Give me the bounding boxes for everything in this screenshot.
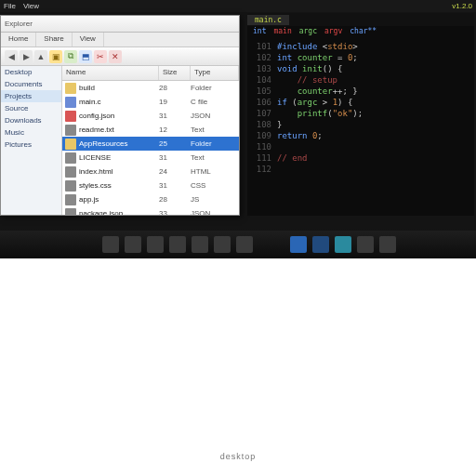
file-rows: build28Foldermain.c19C fileconfig.json31… [62, 81, 239, 215]
table-row[interactable]: readme.txt12Text [62, 123, 239, 137]
nav-item[interactable]: Source [1, 102, 61, 114]
code-text[interactable]: void init() { [277, 63, 470, 74]
task-editor[interactable] [357, 236, 374, 253]
window-title: Explorer [5, 20, 33, 28]
topbar-item[interactable]: File [4, 2, 16, 10]
col-size[interactable]: Size [159, 66, 191, 80]
file-type: Text [191, 153, 239, 162]
task-file-4[interactable] [169, 236, 186, 253]
code-line[interactable]: 107 printf("ok"); [251, 108, 470, 119]
delete-icon[interactable]: ✕ [109, 50, 122, 63]
table-row[interactable]: styles.css31CSS [62, 178, 239, 192]
task-terminal[interactable] [335, 236, 351, 253]
task-file-2[interactable] [125, 236, 141, 253]
line-number: 106 [251, 97, 277, 108]
code-line[interactable]: 112 [251, 164, 470, 175]
nav-item[interactable]: Pictures [1, 139, 61, 151]
task-file-1[interactable] [102, 236, 119, 253]
task-file-3[interactable] [147, 236, 164, 253]
cut-icon[interactable]: ✂ [94, 50, 107, 63]
paste-icon[interactable]: ⬒ [79, 50, 92, 63]
code-text[interactable]: #include <stdio> [277, 41, 470, 52]
info-arg: argc [299, 27, 317, 38]
file-size: 19 [159, 98, 191, 106]
code-line[interactable]: 111// end [251, 152, 470, 164]
col-name[interactable]: Name [62, 66, 159, 80]
up-icon[interactable]: ▲ [34, 50, 47, 63]
task-file-6[interactable] [214, 236, 231, 253]
nav-item[interactable]: Music [1, 126, 61, 139]
file-type: JSON [191, 209, 239, 215]
col-type[interactable]: Type [191, 66, 239, 80]
table-row[interactable]: AppResources25Folder [62, 137, 239, 151]
code-text[interactable]: return 0; [277, 130, 470, 141]
code-line[interactable]: 104 // setup [251, 74, 470, 86]
folder-new-icon[interactable]: ▣ [49, 50, 62, 63]
navigation-pane: DesktopDocumentsProjectsSourceDownloadsM… [1, 66, 62, 215]
code-line[interactable]: 108} [251, 119, 470, 130]
file-type: JS [191, 195, 239, 204]
code-text[interactable]: int counter = 0; [277, 52, 470, 63]
code-text[interactable] [277, 164, 470, 175]
page-lower: desktop [0, 258, 476, 476]
table-row[interactable]: LICENSE31Text [62, 151, 239, 165]
file-size: 24 [159, 167, 191, 176]
table-row[interactable]: main.c19C file [62, 95, 239, 109]
code-text[interactable]: } [277, 119, 470, 130]
tab-view[interactable]: View [73, 33, 104, 46]
code-line[interactable]: 106if (argc > 1) { [251, 97, 470, 108]
nav-item[interactable]: Projects [1, 90, 61, 102]
code-area[interactable]: 101#include <stdio>102int counter = 0;10… [247, 39, 474, 177]
code-text[interactable]: // setup [277, 74, 470, 86]
nav-item[interactable]: Downloads [1, 114, 61, 126]
code-text[interactable]: if (argc > 1) { [277, 97, 470, 108]
file-name: index.html [79, 167, 159, 176]
nav-item[interactable]: Desktop [1, 66, 61, 78]
topbar-version: v1.2.0 [452, 2, 472, 10]
code-editor[interactable]: main.c int main argc argv char** 101#inc… [247, 13, 474, 216]
table-row[interactable]: build28Folder [62, 81, 239, 95]
info-arg: argv [324, 27, 342, 38]
task-browser[interactable] [290, 236, 307, 253]
table-row[interactable]: index.html24HTML [62, 165, 239, 178]
task-settings[interactable] [379, 236, 396, 253]
copy-icon[interactable]: ⧉ [64, 50, 77, 63]
line-number: 109 [251, 130, 277, 141]
code-text[interactable] [277, 141, 470, 152]
nav-item[interactable]: Documents [1, 78, 61, 90]
forward-icon[interactable]: ▶ [20, 50, 33, 63]
line-number: 107 [251, 108, 277, 119]
table-row[interactable]: app.js28JS [62, 192, 239, 206]
file-explorer-window[interactable]: Explorer Home Share View ◀▶▲▣⧉⬒✂✕ Deskto… [0, 15, 240, 216]
line-number: 103 [251, 63, 277, 74]
back-icon[interactable]: ◀ [5, 50, 18, 63]
folder-icon [65, 83, 76, 94]
code-line[interactable]: 110 [251, 141, 470, 152]
folder-icon [65, 139, 76, 150]
code-text[interactable]: counter++; } [277, 86, 470, 97]
code-text[interactable]: printf("ok"); [277, 108, 470, 119]
tab-share[interactable]: Share [36, 33, 72, 46]
code-line[interactable]: 103void init() { [251, 63, 470, 74]
code-line[interactable]: 109return 0; [251, 130, 470, 141]
task-file-5[interactable] [192, 236, 208, 253]
code-line[interactable]: 102int counter = 0; [251, 52, 470, 63]
line-number: 101 [251, 41, 277, 52]
code-line[interactable]: 105 counter++; } [251, 86, 470, 97]
task-file-7[interactable] [236, 236, 253, 253]
topbar-item[interactable]: View [23, 2, 39, 10]
table-row[interactable]: package.json33JSON [62, 206, 239, 215]
file-name: config.json [79, 112, 159, 120]
code-text[interactable]: // end [277, 152, 470, 164]
table-row[interactable]: config.json31JSON [62, 109, 239, 123]
json-file-icon [65, 208, 76, 216]
file-type: Folder [191, 139, 239, 148]
window-titlebar[interactable]: Explorer [1, 16, 239, 33]
editor-tab-active[interactable]: main.c [247, 15, 289, 25]
code-line[interactable]: 101#include <stdio> [251, 41, 470, 52]
file-type: CSS [191, 181, 239, 190]
task-explorer[interactable] [312, 236, 329, 253]
tab-home[interactable]: Home [1, 33, 36, 46]
file-type: JSON [191, 112, 239, 120]
html-file-icon [65, 166, 76, 178]
